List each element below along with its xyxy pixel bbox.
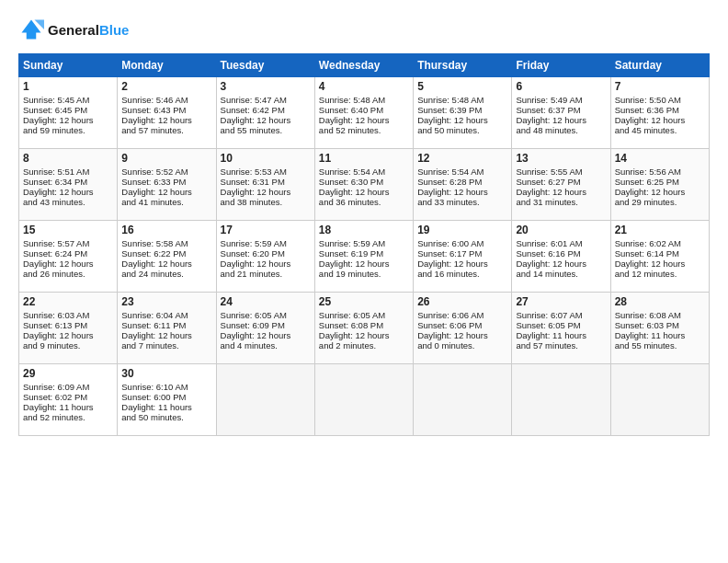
day-detail: Daylight: 11 hours	[615, 330, 705, 340]
day-detail: Sunset: 6:19 PM	[319, 248, 409, 259]
calendar-week-2: 8Sunrise: 5:51 AMSunset: 6:34 PMDaylight…	[19, 149, 710, 221]
day-detail: Sunrise: 5:50 AM	[615, 95, 705, 105]
day-number: 27	[516, 295, 606, 308]
day-number: 8	[23, 152, 113, 165]
day-number: 7	[615, 80, 705, 93]
calendar-week-5: 29Sunrise: 6:09 AMSunset: 6:02 PMDayligh…	[19, 364, 710, 436]
day-detail: Sunset: 6:06 PM	[417, 320, 507, 330]
calendar-cell: 25Sunrise: 6:05 AMSunset: 6:08 PMDayligh…	[314, 293, 413, 364]
calendar-week-4: 22Sunrise: 6:03 AMSunset: 6:13 PMDayligh…	[19, 293, 710, 364]
day-detail: Sunrise: 5:48 AM	[319, 95, 409, 105]
day-detail: Sunset: 6:24 PM	[23, 248, 113, 259]
day-detail: Sunrise: 6:08 AM	[615, 310, 705, 320]
day-detail: Daylight: 12 hours	[23, 187, 113, 197]
day-detail: and 38 minutes.	[221, 197, 311, 207]
day-detail: Sunset: 6:11 PM	[121, 320, 211, 330]
day-detail: and 57 minutes.	[516, 340, 606, 350]
day-detail: and 43 minutes.	[23, 197, 113, 207]
day-detail: Sunrise: 5:59 AM	[319, 238, 409, 248]
day-detail: Sunset: 6:00 PM	[121, 392, 211, 402]
day-number: 25	[319, 295, 409, 308]
day-number: 5	[417, 80, 507, 93]
day-number: 21	[615, 224, 705, 236]
day-detail: Daylight: 12 hours	[221, 115, 311, 125]
day-detail: Sunrise: 5:55 AM	[516, 167, 606, 177]
day-detail: Sunrise: 6:04 AM	[121, 310, 211, 320]
day-number: 29	[23, 367, 113, 380]
day-detail: and 14 minutes.	[516, 269, 606, 279]
day-detail: and 7 minutes.	[121, 340, 211, 350]
calendar-cell	[414, 364, 512, 436]
calendar-cell: 2Sunrise: 5:46 AMSunset: 6:43 PMDaylight…	[118, 77, 216, 149]
logo-icon	[18, 17, 44, 42]
calendar-cell: 22Sunrise: 6:03 AMSunset: 6:13 PMDayligh…	[19, 293, 118, 364]
day-number: 28	[615, 295, 705, 308]
weekday-header-wednesday: Wednesday	[314, 54, 413, 77]
day-detail: Sunset: 6:28 PM	[417, 177, 507, 187]
day-detail: Daylight: 12 hours	[516, 115, 606, 125]
day-detail: Sunset: 6:42 PM	[221, 105, 311, 115]
day-detail: Sunrise: 5:51 AM	[23, 167, 113, 177]
calendar-cell: 1Sunrise: 5:45 AMSunset: 6:45 PMDaylight…	[19, 77, 118, 149]
day-detail: Sunrise: 6:07 AM	[516, 310, 606, 320]
day-detail: Sunset: 6:16 PM	[516, 248, 606, 259]
day-detail: Sunrise: 6:10 AM	[121, 382, 211, 392]
day-number: 11	[319, 152, 409, 165]
day-detail: Sunset: 6:03 PM	[615, 320, 705, 330]
day-detail: Sunrise: 5:53 AM	[221, 167, 311, 177]
day-detail: Sunset: 6:27 PM	[516, 177, 606, 187]
day-detail: Daylight: 12 hours	[319, 187, 409, 197]
day-detail: Sunset: 6:37 PM	[516, 105, 606, 115]
day-detail: Daylight: 12 hours	[319, 330, 409, 340]
day-detail: Daylight: 12 hours	[319, 115, 409, 125]
day-detail: Sunrise: 5:46 AM	[121, 95, 211, 105]
day-number: 12	[417, 152, 507, 165]
day-detail: Sunrise: 6:02 AM	[615, 238, 705, 248]
header: GeneralBlue	[18, 17, 710, 42]
day-detail: and 41 minutes.	[121, 197, 211, 207]
day-detail: Daylight: 12 hours	[417, 115, 507, 125]
day-detail: Sunset: 6:34 PM	[23, 177, 113, 187]
day-detail: Daylight: 12 hours	[615, 187, 705, 197]
day-detail: Sunset: 6:22 PM	[121, 248, 211, 259]
day-number: 24	[221, 295, 311, 308]
calendar-cell: 8Sunrise: 5:51 AMSunset: 6:34 PMDaylight…	[19, 149, 118, 221]
day-detail: and 29 minutes.	[615, 197, 705, 207]
weekday-header-monday: Monday	[118, 54, 216, 77]
calendar-table: SundayMondayTuesdayWednesdayThursdayFrid…	[18, 53, 710, 436]
calendar-cell: 5Sunrise: 5:48 AMSunset: 6:39 PMDaylight…	[414, 77, 512, 149]
calendar-cell: 30Sunrise: 6:10 AMSunset: 6:00 PMDayligh…	[118, 364, 216, 436]
day-detail: and 12 minutes.	[615, 269, 705, 279]
day-detail: Daylight: 11 hours	[516, 330, 606, 340]
day-detail: and 21 minutes.	[221, 269, 311, 279]
day-detail: Sunrise: 5:58 AM	[121, 238, 211, 248]
day-detail: and 55 minutes.	[615, 340, 705, 350]
calendar-cell: 7Sunrise: 5:50 AMSunset: 6:36 PMDaylight…	[610, 77, 709, 149]
day-detail: and 4 minutes.	[221, 340, 311, 350]
day-detail: Daylight: 12 hours	[23, 330, 113, 340]
day-detail: and 55 minutes.	[221, 125, 311, 135]
day-detail: Daylight: 12 hours	[417, 330, 507, 340]
day-detail: Sunrise: 5:52 AM	[121, 167, 211, 177]
day-detail: and 31 minutes.	[516, 197, 606, 207]
day-detail: Sunrise: 5:49 AM	[516, 95, 606, 105]
day-detail: Sunset: 6:31 PM	[221, 177, 311, 187]
day-detail: and 16 minutes.	[417, 269, 507, 279]
day-detail: Daylight: 12 hours	[23, 115, 113, 125]
calendar-cell: 4Sunrise: 5:48 AMSunset: 6:40 PMDaylight…	[314, 77, 413, 149]
day-detail: Daylight: 12 hours	[221, 187, 311, 197]
day-detail: Sunset: 6:08 PM	[319, 320, 409, 330]
day-detail: Sunset: 6:43 PM	[121, 105, 211, 115]
day-detail: Sunrise: 6:03 AM	[23, 310, 113, 320]
calendar-cell: 24Sunrise: 6:05 AMSunset: 6:09 PMDayligh…	[216, 293, 314, 364]
day-detail: Daylight: 11 hours	[23, 402, 113, 412]
calendar-cell: 12Sunrise: 5:54 AMSunset: 6:28 PMDayligh…	[414, 149, 512, 221]
logo-text: GeneralBlue	[48, 22, 129, 38]
day-detail: Sunset: 6:09 PM	[221, 320, 311, 330]
day-detail: Daylight: 12 hours	[615, 259, 705, 269]
day-detail: Daylight: 12 hours	[516, 259, 606, 269]
day-detail: and 52 minutes.	[319, 125, 409, 135]
day-detail: Sunrise: 5:48 AM	[417, 95, 507, 105]
calendar-cell	[314, 364, 413, 436]
day-detail: Daylight: 12 hours	[516, 187, 606, 197]
